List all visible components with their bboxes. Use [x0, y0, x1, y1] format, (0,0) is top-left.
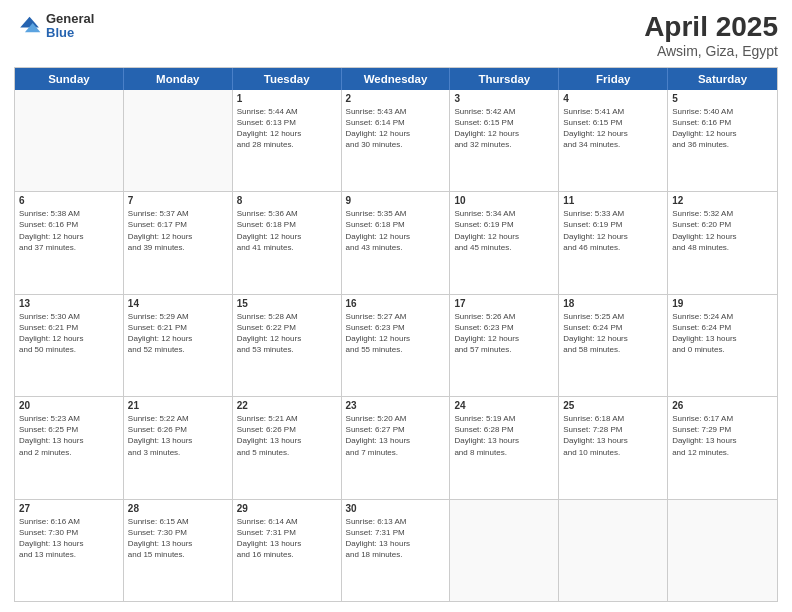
calendar-cell: 10Sunrise: 5:34 AM Sunset: 6:19 PM Dayli…	[450, 192, 559, 293]
calendar-cell: 23Sunrise: 5:20 AM Sunset: 6:27 PM Dayli…	[342, 397, 451, 498]
day-number: 18	[563, 298, 663, 309]
calendar-cell: 6Sunrise: 5:38 AM Sunset: 6:16 PM Daylig…	[15, 192, 124, 293]
day-info: Sunrise: 5:40 AM Sunset: 6:16 PM Dayligh…	[672, 106, 773, 151]
calendar-cell: 28Sunrise: 6:15 AM Sunset: 7:30 PM Dayli…	[124, 500, 233, 601]
calendar-cell: 16Sunrise: 5:27 AM Sunset: 6:23 PM Dayli…	[342, 295, 451, 396]
logo: General Blue	[14, 12, 94, 41]
calendar-cell: 26Sunrise: 6:17 AM Sunset: 7:29 PM Dayli…	[668, 397, 777, 498]
calendar-cell: 1Sunrise: 5:44 AM Sunset: 6:13 PM Daylig…	[233, 90, 342, 191]
day-number: 3	[454, 93, 554, 104]
day-info: Sunrise: 5:29 AM Sunset: 6:21 PM Dayligh…	[128, 311, 228, 356]
day-info: Sunrise: 5:19 AM Sunset: 6:28 PM Dayligh…	[454, 413, 554, 458]
calendar-header-cell: Saturday	[668, 68, 777, 90]
day-info: Sunrise: 5:36 AM Sunset: 6:18 PM Dayligh…	[237, 208, 337, 253]
day-number: 29	[237, 503, 337, 514]
calendar-week: 27Sunrise: 6:16 AM Sunset: 7:30 PM Dayli…	[15, 499, 777, 601]
day-number: 2	[346, 93, 446, 104]
calendar-cell: 20Sunrise: 5:23 AM Sunset: 6:25 PM Dayli…	[15, 397, 124, 498]
day-number: 22	[237, 400, 337, 411]
page: General Blue April 2025 Awsim, Giza, Egy…	[0, 0, 792, 612]
calendar-cell: 27Sunrise: 6:16 AM Sunset: 7:30 PM Dayli…	[15, 500, 124, 601]
calendar-header-cell: Thursday	[450, 68, 559, 90]
day-number: 25	[563, 400, 663, 411]
calendar-header-cell: Sunday	[15, 68, 124, 90]
day-number: 17	[454, 298, 554, 309]
calendar-header-cell: Friday	[559, 68, 668, 90]
calendar-cell	[559, 500, 668, 601]
day-number: 1	[237, 93, 337, 104]
day-info: Sunrise: 5:24 AM Sunset: 6:24 PM Dayligh…	[672, 311, 773, 356]
calendar-cell: 2Sunrise: 5:43 AM Sunset: 6:14 PM Daylig…	[342, 90, 451, 191]
day-info: Sunrise: 5:22 AM Sunset: 6:26 PM Dayligh…	[128, 413, 228, 458]
day-number: 11	[563, 195, 663, 206]
calendar-cell: 4Sunrise: 5:41 AM Sunset: 6:15 PM Daylig…	[559, 90, 668, 191]
day-info: Sunrise: 5:35 AM Sunset: 6:18 PM Dayligh…	[346, 208, 446, 253]
day-number: 13	[19, 298, 119, 309]
calendar-cell: 9Sunrise: 5:35 AM Sunset: 6:18 PM Daylig…	[342, 192, 451, 293]
day-number: 30	[346, 503, 446, 514]
day-number: 24	[454, 400, 554, 411]
calendar: SundayMondayTuesdayWednesdayThursdayFrid…	[14, 67, 778, 602]
calendar-cell	[15, 90, 124, 191]
calendar-cell	[124, 90, 233, 191]
calendar-week: 13Sunrise: 5:30 AM Sunset: 6:21 PM Dayli…	[15, 294, 777, 396]
calendar-header-cell: Monday	[124, 68, 233, 90]
day-info: Sunrise: 5:33 AM Sunset: 6:19 PM Dayligh…	[563, 208, 663, 253]
day-info: Sunrise: 5:28 AM Sunset: 6:22 PM Dayligh…	[237, 311, 337, 356]
calendar-header-cell: Tuesday	[233, 68, 342, 90]
day-number: 8	[237, 195, 337, 206]
calendar-cell: 8Sunrise: 5:36 AM Sunset: 6:18 PM Daylig…	[233, 192, 342, 293]
calendar-week: 6Sunrise: 5:38 AM Sunset: 6:16 PM Daylig…	[15, 191, 777, 293]
day-info: Sunrise: 6:14 AM Sunset: 7:31 PM Dayligh…	[237, 516, 337, 561]
logo-icon	[14, 12, 42, 40]
calendar-cell: 14Sunrise: 5:29 AM Sunset: 6:21 PM Dayli…	[124, 295, 233, 396]
calendar-cell	[668, 500, 777, 601]
calendar-cell: 13Sunrise: 5:30 AM Sunset: 6:21 PM Dayli…	[15, 295, 124, 396]
day-number: 23	[346, 400, 446, 411]
day-number: 16	[346, 298, 446, 309]
day-number: 19	[672, 298, 773, 309]
day-info: Sunrise: 5:44 AM Sunset: 6:13 PM Dayligh…	[237, 106, 337, 151]
calendar-header-cell: Wednesday	[342, 68, 451, 90]
calendar-cell: 15Sunrise: 5:28 AM Sunset: 6:22 PM Dayli…	[233, 295, 342, 396]
day-number: 21	[128, 400, 228, 411]
calendar-cell: 30Sunrise: 6:13 AM Sunset: 7:31 PM Dayli…	[342, 500, 451, 601]
calendar-week: 20Sunrise: 5:23 AM Sunset: 6:25 PM Dayli…	[15, 396, 777, 498]
calendar-cell: 17Sunrise: 5:26 AM Sunset: 6:23 PM Dayli…	[450, 295, 559, 396]
day-info: Sunrise: 5:42 AM Sunset: 6:15 PM Dayligh…	[454, 106, 554, 151]
day-info: Sunrise: 5:21 AM Sunset: 6:26 PM Dayligh…	[237, 413, 337, 458]
calendar-cell: 11Sunrise: 5:33 AM Sunset: 6:19 PM Dayli…	[559, 192, 668, 293]
calendar-header-row: SundayMondayTuesdayWednesdayThursdayFrid…	[15, 68, 777, 90]
day-info: Sunrise: 5:32 AM Sunset: 6:20 PM Dayligh…	[672, 208, 773, 253]
logo-line1: General	[46, 12, 94, 26]
calendar-cell: 25Sunrise: 6:18 AM Sunset: 7:28 PM Dayli…	[559, 397, 668, 498]
day-number: 7	[128, 195, 228, 206]
day-number: 20	[19, 400, 119, 411]
title-block: April 2025 Awsim, Giza, Egypt	[644, 12, 778, 59]
calendar-cell: 24Sunrise: 5:19 AM Sunset: 6:28 PM Dayli…	[450, 397, 559, 498]
day-number: 10	[454, 195, 554, 206]
day-info: Sunrise: 5:38 AM Sunset: 6:16 PM Dayligh…	[19, 208, 119, 253]
logo-line2: Blue	[46, 26, 94, 40]
day-info: Sunrise: 5:34 AM Sunset: 6:19 PM Dayligh…	[454, 208, 554, 253]
day-number: 4	[563, 93, 663, 104]
calendar-cell: 12Sunrise: 5:32 AM Sunset: 6:20 PM Dayli…	[668, 192, 777, 293]
day-info: Sunrise: 5:43 AM Sunset: 6:14 PM Dayligh…	[346, 106, 446, 151]
day-info: Sunrise: 5:30 AM Sunset: 6:21 PM Dayligh…	[19, 311, 119, 356]
header: General Blue April 2025 Awsim, Giza, Egy…	[14, 12, 778, 59]
calendar-cell: 18Sunrise: 5:25 AM Sunset: 6:24 PM Dayli…	[559, 295, 668, 396]
day-info: Sunrise: 5:27 AM Sunset: 6:23 PM Dayligh…	[346, 311, 446, 356]
subtitle: Awsim, Giza, Egypt	[644, 43, 778, 59]
calendar-body: 1Sunrise: 5:44 AM Sunset: 6:13 PM Daylig…	[15, 90, 777, 601]
day-number: 6	[19, 195, 119, 206]
day-info: Sunrise: 6:13 AM Sunset: 7:31 PM Dayligh…	[346, 516, 446, 561]
calendar-cell: 5Sunrise: 5:40 AM Sunset: 6:16 PM Daylig…	[668, 90, 777, 191]
calendar-week: 1Sunrise: 5:44 AM Sunset: 6:13 PM Daylig…	[15, 90, 777, 191]
calendar-cell: 7Sunrise: 5:37 AM Sunset: 6:17 PM Daylig…	[124, 192, 233, 293]
day-number: 27	[19, 503, 119, 514]
calendar-cell: 22Sunrise: 5:21 AM Sunset: 6:26 PM Dayli…	[233, 397, 342, 498]
day-number: 14	[128, 298, 228, 309]
day-number: 15	[237, 298, 337, 309]
calendar-cell: 21Sunrise: 5:22 AM Sunset: 6:26 PM Dayli…	[124, 397, 233, 498]
day-info: Sunrise: 6:16 AM Sunset: 7:30 PM Dayligh…	[19, 516, 119, 561]
